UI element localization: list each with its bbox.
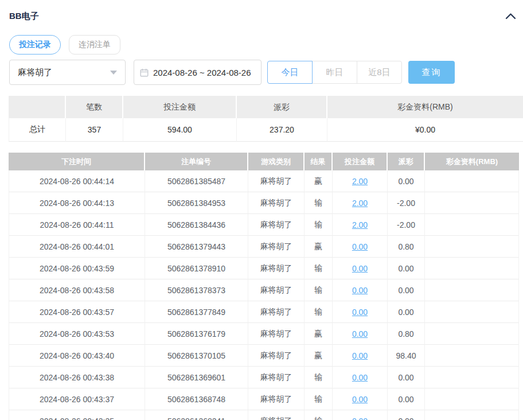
bet-amount-link[interactable]: 0.00 [352, 373, 368, 382]
bet-amount-link[interactable]: 0.00 [352, 395, 368, 404]
bet-time-cell: 2024-08-26 00:43:57 [9, 301, 145, 323]
summary-total-count: 357 [66, 118, 123, 142]
payout-cell: -2.00 [388, 192, 425, 214]
payout-cell: 0.00 [388, 279, 425, 301]
bet-amount-link[interactable]: 0.00 [352, 351, 368, 360]
page-title: BB电子 [9, 11, 39, 22]
records-header-row: 下注时间 注单编号 游戏类别 结果 投注金额 派彩 彩金资料(RMB) [9, 153, 519, 170]
col-header-payout: 派彩 [388, 153, 425, 170]
col-header-bet-time: 下注时间 [9, 153, 145, 170]
col-header-jackpot: 彩金资料(RMB) [425, 153, 519, 170]
game-type-cell: 麻将胡了 [248, 214, 305, 236]
order-id-cell: 5062861384436 [145, 214, 248, 236]
bet-amount-link[interactable]: 2.00 [352, 220, 368, 230]
bet-amount-cell: 0.00 [333, 279, 388, 301]
bet-time-cell: 2024-08-26 00:43:40 [9, 345, 145, 367]
bet-time-cell: 2024-08-26 00:43:53 [9, 323, 145, 345]
col-header-order-id: 注单编号 [145, 153, 248, 170]
payout-cell: 0.00 [388, 301, 425, 323]
order-id-cell: 5062861384953 [145, 192, 248, 214]
bet-amount-link[interactable]: 2.00 [352, 177, 368, 186]
bet-amount-link[interactable]: 0.00 [352, 417, 368, 420]
game-type-cell: 麻将胡了 [248, 301, 305, 323]
result-cell: 输 [305, 301, 333, 323]
jackpot-cell [425, 367, 519, 388]
bet-amount-link[interactable]: 0.00 [352, 264, 368, 273]
payout-cell: 0.00 [388, 258, 425, 279]
result-cell: 输 [305, 258, 333, 279]
game-type-cell: 麻将胡了 [248, 279, 305, 301]
payout-cell: 0.00 [388, 170, 425, 192]
bet-amount-cell: 2.00 [333, 214, 388, 236]
tab-bet-records[interactable]: 投注记录 [9, 35, 61, 55]
payout-cell: 0.00 [388, 410, 425, 420]
table-row: 2024-08-26 00:44:13 5062861384953 麻将胡了 输… [9, 192, 519, 214]
order-id-cell: 5062861385487 [145, 170, 248, 192]
bet-time-cell: 2024-08-26 00:43:37 [9, 388, 145, 410]
bet-amount-link[interactable]: 0.00 [352, 329, 368, 339]
payout-cell: 0.00 [388, 367, 425, 388]
payout-cell: 98.40 [388, 345, 425, 367]
tab-bar: 投注记录 连消注单 [9, 35, 523, 55]
payout-cell: 0.80 [388, 236, 425, 258]
col-header-result: 结果 [305, 153, 333, 170]
bet-amount-link[interactable]: 0.00 [352, 242, 368, 251]
result-cell: 输 [305, 367, 333, 388]
game-select[interactable]: 麻将胡了 [9, 60, 126, 85]
bet-amount-cell: 0.00 [333, 345, 388, 367]
date-range-value: 2024-08-26 ~ 2024-08-26 [153, 68, 251, 77]
calendar-icon [140, 68, 149, 77]
table-row: 2024-08-26 00:43:58 5062861378373 麻将胡了 输… [9, 279, 519, 301]
caret-down-icon [110, 71, 117, 75]
order-id-cell: 5062861369601 [145, 367, 248, 388]
quick-today-button[interactable]: 今日 [267, 61, 313, 84]
bet-time-cell: 2024-08-26 00:43:38 [9, 367, 145, 388]
bet-amount-link[interactable]: 0.00 [352, 308, 368, 317]
bet-time-cell: 2024-08-26 00:43:59 [9, 258, 145, 279]
summary-col-jackpot: 彩金资料(RMB) [327, 96, 523, 118]
jackpot-cell [425, 236, 519, 258]
bet-amount-cell: 0.00 [333, 258, 388, 279]
order-id-cell: 5062861379443 [145, 236, 248, 258]
table-row: 2024-08-26 00:44:11 5062861384436 麻将胡了 输… [9, 214, 519, 236]
jackpot-cell [425, 388, 519, 410]
result-cell: 赢 [305, 170, 333, 192]
result-cell: 赢 [305, 236, 333, 258]
game-type-cell: 麻将胡了 [248, 192, 305, 214]
panel-header: BB电子 [0, 0, 523, 22]
col-header-game-type: 游戏类别 [248, 153, 305, 170]
summary-total-jackpot: ¥0.00 [327, 118, 523, 142]
game-select-value: 麻将胡了 [18, 67, 52, 78]
game-type-cell: 麻将胡了 [248, 388, 305, 410]
records-tbody: 2024-08-26 00:44:14 5062861385487 麻将胡了 赢… [9, 170, 519, 420]
bet-amount-link[interactable]: 2.00 [352, 199, 368, 208]
payout-cell: 0.00 [388, 388, 425, 410]
result-cell: 赢 [305, 323, 333, 345]
game-type-cell: 麻将胡了 [248, 236, 305, 258]
result-cell: 输 [305, 388, 333, 410]
tab-cancelled-orders[interactable]: 连消注单 [69, 35, 120, 55]
table-row: 2024-08-26 00:43:59 5062861378910 麻将胡了 输… [9, 258, 519, 279]
bet-amount-link[interactable]: 0.00 [352, 286, 368, 295]
bet-time-cell: 2024-08-26 00:44:13 [9, 192, 145, 214]
chevron-up-icon [505, 13, 516, 20]
jackpot-cell [425, 170, 519, 192]
summary-table: 笔数 投注金额 派彩 彩金资料(RMB) 总计 357 594.00 237.2… [9, 96, 523, 142]
quick-yesterday-button[interactable]: 昨日 [312, 61, 357, 84]
records-table: 下注时间 注单编号 游戏类别 结果 投注金额 派彩 彩金资料(RMB) 2024… [9, 153, 519, 420]
order-id-cell: 5062861377849 [145, 301, 248, 323]
bet-amount-cell: 0.00 [333, 367, 388, 388]
result-cell: 输 [305, 410, 333, 420]
date-range-picker[interactable]: 2024-08-26 ~ 2024-08-26 [134, 60, 262, 85]
search-button[interactable]: 查询 [408, 61, 455, 84]
table-row: 2024-08-26 00:43:37 5062861368748 麻将胡了 输… [9, 388, 519, 410]
table-row: 2024-08-26 00:43:35 5062861368241 麻将胡了 输… [9, 410, 519, 420]
filter-row: 麻将胡了 2024-08-26 ~ 2024-08-26 今日 昨日 近8日 查… [9, 60, 523, 85]
quick-last8days-button[interactable]: 近8日 [357, 61, 402, 84]
jackpot-cell [425, 258, 519, 279]
game-type-cell: 麻将胡了 [248, 323, 305, 345]
bet-time-cell: 2024-08-26 00:43:58 [9, 279, 145, 301]
collapse-panel-button[interactable] [504, 10, 517, 22]
game-type-cell: 麻将胡了 [248, 258, 305, 279]
summary-total-row: 总计 357 594.00 237.20 ¥0.00 [9, 118, 523, 142]
